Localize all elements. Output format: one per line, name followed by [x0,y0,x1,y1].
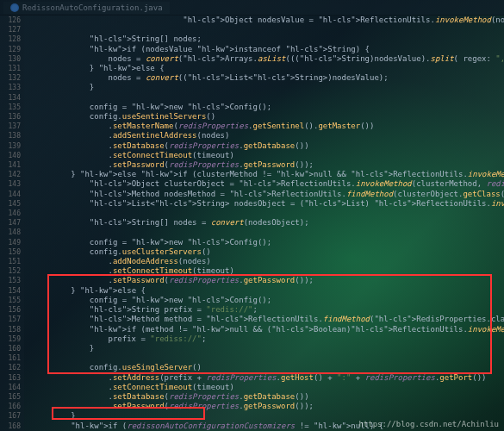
java-file-icon [10,3,19,12]
code-editor[interactable]: "hl-cls">Object nodesValue = "hl-cls">Re… [24,16,504,431]
tab-filename: RedissonAutoConfiguration.java [22,3,163,12]
tab-bar: RedissonAutoConfiguration.java [0,0,504,16]
watermark-text: https://blog.csdn.net/Achinliu [358,420,499,428]
line-number-gutter: 126 127 128 129 130 131 132 133 134 135 … [0,16,24,431]
editor-tab[interactable]: RedissonAutoConfiguration.java [3,2,170,14]
